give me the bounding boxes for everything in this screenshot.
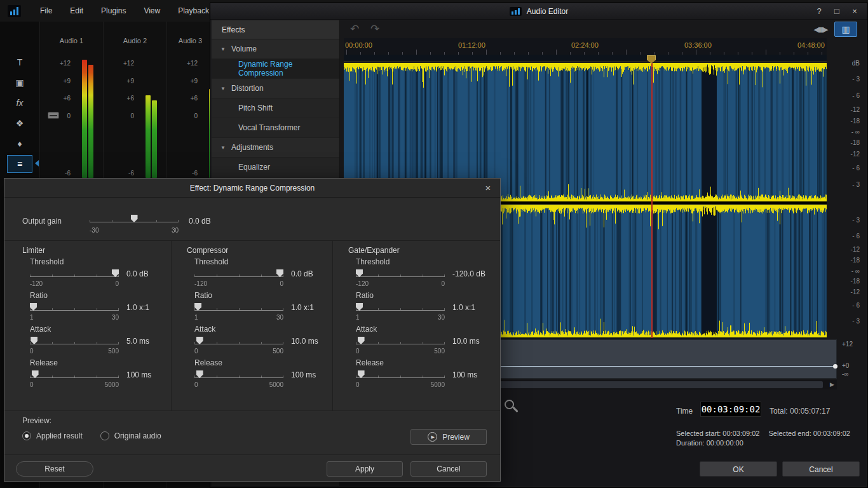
apply-button[interactable]: Apply: [327, 461, 403, 477]
mixer-scale-label: +9: [49, 78, 71, 85]
compressor-release-track[interactable]: [194, 370, 283, 380]
gate-expander-attack-track[interactable]: [356, 336, 445, 346]
mixer-scale-label: 0: [112, 112, 134, 119]
db-scale-label: -18: [851, 139, 860, 146]
scrollbar-right-arrow-icon[interactable]: ▶: [830, 381, 834, 388]
compressor-ratio-max: 30: [276, 314, 283, 321]
effects-item-volume[interactable]: ▼Volume: [212, 39, 339, 59]
menu-view[interactable]: View: [135, 0, 169, 22]
particle-icon[interactable]: ♦: [7, 135, 32, 152]
effects-item-equalizer[interactable]: Equalizer: [212, 158, 339, 177]
section-compressor: CompressorThreshold0.0 dB-1200Ratio1.0 x…: [171, 241, 332, 410]
gate-expander-threshold-track[interactable]: [356, 269, 445, 279]
db-scale-ruler: dB- 3- 6-12-18- ∞-18-12- 6- 3- 3- 6-12-1…: [827, 55, 866, 339]
ok-button[interactable]: OK: [700, 461, 777, 477]
dialog-cancel-button[interactable]: Cancel: [410, 461, 487, 477]
db-scale-label: - ∞: [851, 128, 860, 135]
output-gain-track[interactable]: [90, 214, 179, 224]
radio-circle-icon: [22, 431, 31, 440]
limiter-release-track[interactable]: [30, 370, 119, 380]
compressor-ratio-value: 1.0 x:1: [291, 303, 314, 312]
limiter-attack-track[interactable]: [30, 336, 119, 346]
compressor-attack-value: 10.0 ms: [291, 337, 318, 346]
compression-sections: LimiterThreshold0.0 dB-1200Ratio1.0 x:11…: [4, 241, 500, 411]
gate-expander-release-min: 0: [356, 381, 360, 388]
time-display[interactable]: 00:03:09:02: [700, 402, 761, 417]
compressor-attack-track[interactable]: [194, 336, 283, 346]
transition-icon[interactable]: ▣: [7, 74, 32, 92]
limiter-threshold-label: Threshold: [30, 257, 171, 266]
effects-item-vocal-transformer[interactable]: Vocal Transformer: [212, 118, 339, 138]
timeline-ruler[interactable]: 00:00:0001:12:0002:24:0003:36:0004:48:00: [344, 38, 827, 55]
mixer-scale-label: -6: [176, 170, 198, 177]
limiter-attack-min: 0: [30, 348, 34, 355]
db-scale-label: -18: [851, 118, 860, 125]
cancel-button[interactable]: Cancel: [782, 461, 860, 477]
volume-envelope-keyframe[interactable]: [833, 364, 837, 369]
preview-button[interactable]: ▶ Preview: [410, 429, 487, 445]
vu-meter: [82, 60, 95, 178]
audio-mixer-icon[interactable]: ≡: [7, 155, 32, 173]
collapse-triangle-icon: ▼: [220, 86, 226, 92]
compressor-threshold-track[interactable]: [194, 269, 283, 279]
preview-label: Preview:: [22, 416, 51, 425]
compressor-ratio-track[interactable]: [194, 302, 283, 313]
limiter-ratio-slider: Ratio1.0 x:1130: [22, 291, 171, 321]
db-scale-label: - 3: [852, 318, 860, 325]
mixer-scale-label: +9: [176, 78, 198, 85]
reset-button[interactable]: Reset: [16, 461, 93, 477]
gate-expander-release-track[interactable]: [356, 370, 445, 380]
undo-icon[interactable]: ↶: [350, 22, 359, 36]
gate-expander-ratio-track[interactable]: [356, 302, 445, 313]
effects-item-adjustments[interactable]: ▼Adjustments: [212, 138, 339, 158]
close-button[interactable]: ×: [846, 3, 864, 20]
redo-icon[interactable]: ↷: [370, 22, 379, 36]
compressor-attack-max: 500: [273, 348, 283, 355]
db-scale-label: -18: [851, 278, 860, 285]
limiter-release-value: 100 ms: [126, 370, 151, 379]
menu-edit[interactable]: Edit: [61, 0, 92, 22]
menu-file[interactable]: File: [31, 0, 61, 22]
limiter-ratio-track[interactable]: [30, 302, 119, 313]
radio-applied-result[interactable]: Applied result: [22, 431, 83, 440]
total-duration-label: Total: 00:05:07:17: [770, 407, 830, 416]
limiter-threshold-min: -120: [30, 280, 43, 287]
help-button[interactable]: ?: [810, 3, 828, 20]
pip-objects-icon[interactable]: ❖: [7, 114, 32, 132]
vu-meter: [146, 60, 158, 178]
panel-expand-arrow-icon: [35, 160, 39, 166]
compressor-ratio-label: Ratio: [194, 291, 332, 300]
radio-original-audio[interactable]: Original audio: [100, 431, 161, 440]
maximize-button[interactable]: □: [828, 3, 846, 20]
mixer-scale-label: +6: [49, 95, 71, 102]
dialog-close-icon[interactable]: ×: [481, 179, 495, 198]
effects-icon[interactable]: fx: [7, 94, 32, 112]
db-scale-label: - 6: [852, 92, 860, 99]
mixer-scale-label: +6: [176, 95, 198, 102]
timeline-label: 01:12:00: [458, 41, 485, 49]
gate-expander-threshold-max: 0: [441, 280, 445, 287]
limiter-threshold-track[interactable]: [30, 269, 119, 279]
limiter-attack-max: 500: [108, 348, 119, 355]
collapse-triangle-icon: ▼: [220, 46, 226, 52]
db-scale-label: - 6: [852, 302, 860, 309]
dialog-titlebar[interactable]: Effect: Dynamic Range Compression ×: [4, 179, 500, 198]
dialog-footer: Reset Apply Cancel: [4, 454, 500, 481]
title-text-icon[interactable]: T: [7, 53, 32, 71]
compressor-release-slider: Release100 ms05000: [187, 358, 332, 388]
mixer-track-label: Audio 2: [104, 22, 166, 44]
gate-expander-ratio-value: 1.0 x:1: [452, 303, 475, 312]
zoom-tool-icon[interactable]: [504, 399, 520, 416]
selected-start-label: Selected start: 00:03:09:02: [676, 430, 759, 437]
menu-plugins[interactable]: Plugins: [92, 0, 135, 22]
audio-editor-titlebar[interactable]: Audio Editor ? □ ×: [210, 3, 867, 20]
effects-item-distortion[interactable]: ▼Distortion: [212, 79, 339, 98]
effects-item-pitch-shift[interactable]: Pitch Shift: [212, 98, 339, 118]
mixer-fader-knob[interactable]: [48, 112, 59, 119]
fit-waveform-icon[interactable]: ◀▮▮▶: [809, 22, 832, 37]
compressor-release-min: 0: [194, 381, 198, 388]
effects-item-dynamic-range-compression[interactable]: Dynamic Range Compression: [212, 59, 339, 79]
range-select-icon[interactable]: ▥: [834, 22, 857, 37]
section-limiter: LimiterThreshold0.0 dB-1200Ratio1.0 x:11…: [4, 241, 171, 410]
mixer-scale-label: 0: [176, 112, 198, 119]
